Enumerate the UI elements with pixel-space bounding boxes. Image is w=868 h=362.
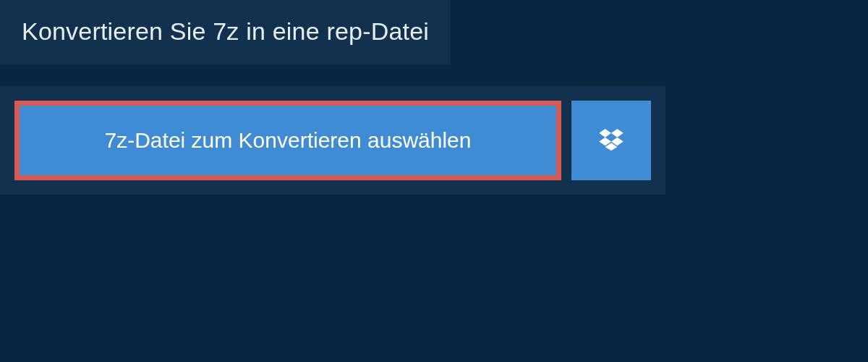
page-title: Konvertieren Sie 7z in eine rep-Datei — [22, 17, 429, 46]
select-file-label: 7z-Datei zum Konvertieren auswählen — [105, 128, 472, 153]
select-file-button[interactable]: 7z-Datei zum Konvertieren auswählen — [20, 106, 556, 175]
svg-marker-0 — [599, 129, 611, 138]
svg-marker-1 — [611, 129, 624, 138]
header-bar: Konvertieren Sie 7z in eine rep-Datei — [0, 0, 451, 64]
dropbox-button[interactable] — [571, 101, 651, 180]
upload-panel: 7z-Datei zum Konvertieren auswählen — [0, 86, 665, 195]
dropbox-icon — [599, 129, 624, 153]
select-file-highlight: 7z-Datei zum Konvertieren auswählen — [14, 101, 561, 180]
